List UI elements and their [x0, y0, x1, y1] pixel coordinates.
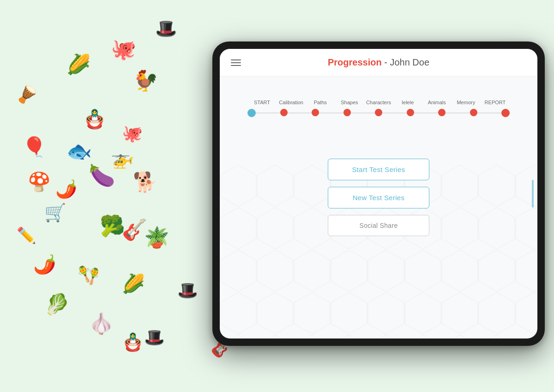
progress-label-animals: Animals	[422, 100, 452, 105]
bg-icon-1: 🐙	[111, 39, 136, 59]
bg-icon-19: 🪇	[78, 267, 99, 284]
bg-icon-8: 🐟	[66, 141, 92, 161]
progress-node-ielele[interactable]	[407, 109, 414, 116]
bg-icon-10: 🍆	[89, 165, 115, 186]
progress-node-calibration[interactable]	[280, 109, 288, 116]
app-name: Progression	[328, 57, 382, 67]
progress-track	[247, 109, 510, 117]
tablet-content: STARTCalibrationPathsShapesCharactersIel…	[220, 77, 537, 339]
progress-node-animals[interactable]	[438, 109, 446, 116]
user-name: John Doe	[390, 57, 429, 67]
start-test-button[interactable]: Start Test Series	[328, 159, 429, 180]
tablet-frame: Progression - John Doe STARTCalibrationP…	[212, 42, 545, 346]
bg-icon-17: 🪴	[144, 227, 169, 248]
bg-icon-21: 🥬	[44, 294, 70, 315]
bg-icon-11: 🍄	[28, 172, 51, 191]
menu-line-2	[231, 62, 241, 63]
bg-icon-22: 🧄	[89, 314, 114, 334]
new-test-button[interactable]: New Test Series	[328, 187, 429, 208]
bg-icon-13: 🐕	[133, 172, 157, 192]
title-separator: -	[384, 57, 390, 67]
bg-icon-7: 🎈	[22, 137, 46, 157]
header-title: Progression - John Doe	[328, 57, 429, 68]
bg-icon-20: 🌽	[122, 274, 145, 293]
bg-icon-15: 🎸	[122, 220, 147, 240]
bg-icon-26: 🎩	[177, 282, 198, 299]
progress-label-ielele: Ielele	[393, 100, 422, 105]
bg-icon-4: 🪘	[17, 86, 37, 103]
bg-icon-27: ✏️	[17, 227, 36, 243]
progress-node-start[interactable]	[247, 109, 256, 117]
app-header: Progression - John Doe	[220, 49, 537, 77]
menu-line-3	[231, 65, 241, 66]
bg-icon-6: 🐙	[122, 125, 143, 142]
menu-line-1	[231, 59, 241, 60]
progress-node-report[interactable]	[501, 109, 510, 117]
progress-nodes	[247, 109, 510, 117]
bg-icon-16: 🛒	[44, 204, 66, 221]
progress-node-memory[interactable]	[470, 109, 477, 116]
progress-label-shapes: Shapes	[335, 100, 364, 105]
bg-icon-18: 🌶️	[33, 255, 56, 273]
bg-icon-14: 🥦	[100, 216, 125, 236]
bg-icon-9: 🚁	[111, 149, 134, 167]
bg-icon-23: 🎩	[144, 329, 165, 346]
progress-label-paths: Paths	[306, 100, 335, 105]
tablet-screen: Progression - John Doe STARTCalibrationP…	[220, 49, 537, 339]
progress-label-start: START	[247, 100, 277, 105]
progress-label-characters: Characters	[364, 100, 393, 105]
bg-icon-3: 🐓	[133, 71, 158, 91]
bg-icon-2: 🌽	[66, 55, 90, 74]
progress-labels: STARTCalibrationPathsShapesCharactersIel…	[247, 100, 510, 105]
bg-icon-5: 🪆	[83, 110, 106, 128]
bg-icon-12: 🌶️	[55, 180, 77, 198]
progress-label-report: REPORT	[481, 100, 510, 105]
action-buttons: Start Test Series New Test Series Social…	[238, 159, 519, 236]
tablet-device: Progression - John Doe STARTCalibrationP…	[212, 42, 545, 346]
progress-label-calibration: Calibration	[277, 100, 306, 105]
social-share-button[interactable]: Social Share	[328, 215, 429, 236]
progress-label-memory: Memory	[452, 100, 481, 105]
progress-node-shapes[interactable]	[343, 109, 351, 116]
progress-node-characters[interactable]	[375, 109, 382, 116]
menu-button[interactable]	[231, 59, 241, 66]
progress-node-paths[interactable]	[312, 109, 319, 116]
progress-section: STARTCalibrationPathsShapesCharactersIel…	[238, 77, 519, 131]
bg-icon-24: 🪆	[122, 333, 144, 351]
bg-icon-0: 🎩	[155, 20, 177, 37]
